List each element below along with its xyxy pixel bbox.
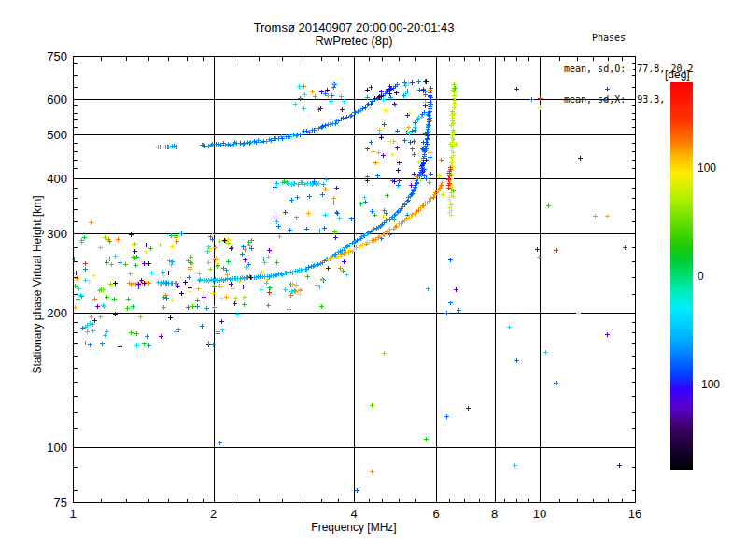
- x-tick-label: 4: [340, 507, 368, 521]
- scatter-point-group: [75, 93, 442, 474]
- x-tick-label: 1: [59, 507, 87, 521]
- y-tick-label: 400: [34, 171, 67, 185]
- scatter-point-group: [145, 93, 413, 348]
- scatter-point-group: [83, 83, 548, 355]
- y-tick-label: 200: [34, 305, 67, 319]
- scatter-point-group: [189, 86, 458, 309]
- colorbar: [670, 82, 693, 470]
- scatter-point-group: [79, 84, 444, 312]
- scatter-point-group: [186, 79, 534, 419]
- scatter-point-group: [83, 179, 551, 345]
- colorbar-tick-label: 0: [698, 270, 704, 283]
- x-tick-label: 8: [481, 507, 509, 521]
- colorbar-unit-label: [deg]: [665, 68, 690, 81]
- grid-lines: [74, 57, 636, 503]
- scatter-point-group: [167, 245, 234, 263]
- y-tick-label: 500: [34, 128, 67, 142]
- x-tick-label: 16: [621, 507, 649, 521]
- scatter-point-group: [454, 156, 583, 292]
- y-tick-label: 300: [34, 227, 67, 241]
- scatter-point-group: [113, 79, 429, 349]
- scatter-point-group: [72, 79, 608, 445]
- scatter-point-group: [83, 176, 451, 266]
- scatter-point-group: [325, 88, 399, 96]
- scatter-point-group: [340, 107, 345, 112]
- scatter-point-group: [320, 103, 543, 283]
- scatter-point-group: [320, 80, 627, 493]
- scatter-point-group: [78, 84, 598, 468]
- scatter-point-group: [74, 102, 622, 468]
- x-tick-label: 10: [526, 507, 554, 521]
- scatter-points: [72, 79, 627, 493]
- y-tick-label: 600: [34, 92, 67, 106]
- scatter-point-group: [77, 99, 367, 348]
- plot-canvas: [0, 0, 747, 560]
- colorbar-tick-label: 100: [698, 161, 716, 175]
- scatter-point-group: [73, 81, 610, 310]
- colorbar-tick-label: -100: [698, 378, 720, 391]
- scatter-point-group: [92, 87, 610, 411]
- ionogram-figure: Tromsø 20140907 20:00:00-20:01:43 RwPret…: [0, 0, 747, 560]
- scatter-point-group: [136, 84, 428, 289]
- scatter-point-group: [160, 237, 372, 296]
- scatter-point-group: [156, 90, 430, 291]
- y-tick-label: 100: [34, 440, 67, 454]
- scatter-point-group: [105, 193, 429, 441]
- scatter-point-group: [267, 290, 272, 295]
- x-tick-label: 2: [200, 507, 228, 521]
- x-tick-label: 6: [422, 507, 450, 521]
- scatter-point-group: [370, 403, 374, 408]
- scatter-point-group: [73, 202, 363, 346]
- scatter-point-group: [439, 158, 444, 162]
- y-tick-label: 750: [34, 49, 67, 63]
